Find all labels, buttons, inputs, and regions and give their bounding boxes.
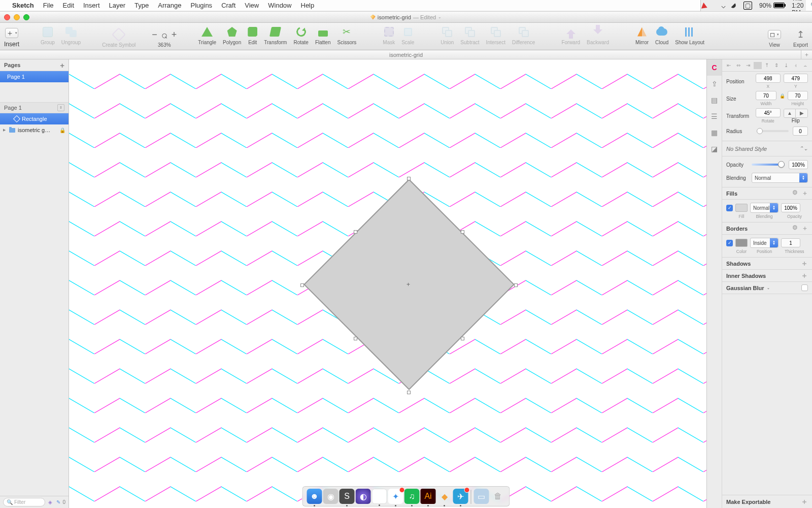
border-enabled-checkbox[interactable]: ✓ — [726, 240, 733, 246]
radius-slider[interactable] — [757, 130, 789, 132]
create-symbol-button[interactable]: Create Symbol — [102, 23, 136, 50]
fill-color-swatch[interactable] — [735, 204, 748, 212]
selection-handle[interactable] — [461, 230, 464, 234]
canvas[interactable]: + — [69, 59, 706, 508]
show-layout-button[interactable]: Show Layout — [675, 26, 704, 47]
pos-x-input[interactable] — [756, 74, 781, 83]
polygon-tool[interactable]: Polygon — [223, 26, 241, 47]
magnifier-icon[interactable]: ⌕ — [161, 29, 167, 41]
plugin-tab-duplicate[interactable]: ▦ — [707, 124, 722, 141]
fill-blend-select[interactable]: Normal▲▼ — [750, 203, 779, 213]
triangle-tool[interactable]: Triangle — [198, 26, 216, 47]
menu-window[interactable]: Window — [268, 2, 291, 9]
zoom-out-button[interactable]: − — [152, 29, 157, 40]
difference-button[interactable]: Difference — [512, 26, 535, 47]
flip-v-button[interactable]: ▶ — [796, 109, 807, 117]
selection-handle[interactable] — [300, 283, 304, 287]
dock-illustrator[interactable]: Ai — [421, 489, 436, 504]
artboard-expand-icon[interactable]: ⇕ — [57, 104, 64, 111]
flip-h-button[interactable]: ▲ — [784, 109, 796, 117]
edit-tool[interactable]: Edit — [248, 26, 257, 47]
mask-button[interactable]: Mask — [383, 26, 395, 47]
blur-enabled-checkbox[interactable] — [801, 284, 808, 291]
new-tab-button[interactable]: ＋ — [801, 50, 812, 59]
intersect-button[interactable]: Intersect — [486, 26, 505, 47]
lock-icon[interactable]: 🔒 — [59, 128, 65, 133]
page-item[interactable]: Page 1 — [0, 71, 69, 82]
export-button[interactable]: ↥Export — [793, 23, 808, 50]
bluetooth-icon[interactable]: ⌵ — [721, 1, 726, 10]
window-minimize-button[interactable] — [14, 14, 20, 20]
add-fill-button[interactable]: ＋ — [802, 189, 808, 198]
fills-settings-icon[interactable]: ⚙ — [792, 189, 798, 198]
menu-edit[interactable]: Edit — [63, 2, 74, 9]
radius-input[interactable] — [793, 126, 808, 136]
union-button[interactable]: Union — [441, 26, 454, 47]
window-maximize-button[interactable] — [23, 14, 29, 20]
pos-y-input[interactable] — [784, 74, 808, 83]
status-rocket-icon[interactable] — [700, 2, 707, 9]
add-page-button[interactable]: + — [60, 61, 64, 70]
align-left-icon[interactable]: ⇤ — [725, 62, 733, 69]
distribute-v-icon[interactable]: ⫠ — [801, 62, 809, 69]
height-input[interactable] — [788, 91, 808, 100]
window-close-button[interactable] — [4, 14, 10, 20]
chevron-right-icon[interactable]: ▶ — [3, 128, 7, 132]
dock-sublime[interactable]: S — [340, 489, 355, 504]
add-export-button[interactable]: ＋ — [801, 497, 808, 506]
lock-aspect-icon[interactable]: 🔒 — [780, 93, 785, 99]
dock-finder[interactable]: ☻ — [307, 489, 322, 504]
menu-file[interactable]: File — [43, 2, 54, 9]
layer-rectangle[interactable]: Rectangle — [0, 113, 69, 124]
tab-name[interactable]: isometric-grid — [389, 52, 423, 58]
rotate-input[interactable] — [756, 108, 781, 117]
align-bottom-icon[interactable]: ⤓ — [782, 62, 790, 69]
menu-craft[interactable]: Craft — [221, 2, 235, 9]
fill-enabled-checkbox[interactable]: ✓ — [726, 205, 733, 211]
plugin-tab-sync[interactable]: ⇪ — [707, 76, 722, 92]
symbol-filter[interactable]: ◈ — [47, 499, 53, 505]
fill-opacity-input[interactable] — [781, 203, 800, 212]
menu-type[interactable]: Type — [134, 2, 149, 9]
layer-isometric-grid[interactable]: ▶ isometric g… 🔒 — [0, 124, 69, 136]
cloud-button[interactable]: Cloud — [655, 26, 668, 47]
menu-insert[interactable]: Insert — [83, 2, 100, 9]
menu-view[interactable]: View — [245, 2, 259, 9]
plugin-tab-craft[interactable]: C — [707, 59, 722, 76]
plugin-tab-stock[interactable]: ◪ — [707, 141, 722, 157]
ungroup-button[interactable]: Ungroup — [61, 26, 81, 47]
selection-handle[interactable] — [461, 337, 464, 340]
width-input[interactable] — [756, 91, 776, 100]
blending-select[interactable]: Normal ▲▼ — [752, 173, 808, 183]
dock-folder[interactable]: ▭ — [474, 489, 489, 504]
dock-safari[interactable]: ✦ — [388, 489, 403, 504]
border-position-select[interactable]: Inside▲▼ — [750, 238, 779, 248]
title-dropdown-icon[interactable]: ⌄ — [438, 15, 442, 19]
plugin-tab-library[interactable]: ▤ — [707, 92, 722, 108]
menu-plugins[interactable]: Plugins — [190, 2, 212, 9]
dock-launchpad[interactable]: ◉ — [323, 489, 339, 504]
border-color-swatch[interactable] — [735, 239, 748, 247]
wifi-icon[interactable]: ◗ — [730, 1, 738, 9]
selection-handle[interactable] — [514, 283, 518, 287]
forward-button[interactable]: Forward — [561, 26, 580, 47]
battery-indicator[interactable]: 90% — [759, 2, 785, 9]
shared-style-select[interactable]: No Shared Style ⌃⌄ — [722, 141, 812, 156]
scissors-tool[interactable]: ✂Scissors — [337, 26, 357, 47]
selection-handle[interactable] — [407, 391, 411, 394]
group-button[interactable]: Group — [41, 26, 55, 47]
flatten-tool[interactable]: Flatten — [315, 26, 331, 47]
subtract-button[interactable]: Subtract — [460, 26, 479, 47]
dock-siri[interactable]: ◐ — [356, 489, 371, 504]
dock-telegram[interactable]: ✈ — [453, 489, 468, 504]
slice-filter[interactable]: ✎0 — [55, 499, 65, 505]
menu-layer[interactable]: Layer — [109, 2, 126, 9]
align-center-h-icon[interactable]: ⇔ — [734, 62, 742, 69]
mirror-button[interactable]: Mirror — [635, 26, 649, 47]
menu-help[interactable]: Help — [301, 2, 315, 9]
dock-spotify[interactable]: ♫ — [404, 489, 420, 504]
chevron-updown-icon[interactable]: ⌄ — [767, 286, 770, 290]
dock-sketch[interactable]: ◆ — [437, 489, 452, 504]
align-top-icon[interactable]: ⤒ — [763, 62, 771, 69]
selection-handle[interactable] — [354, 230, 357, 234]
